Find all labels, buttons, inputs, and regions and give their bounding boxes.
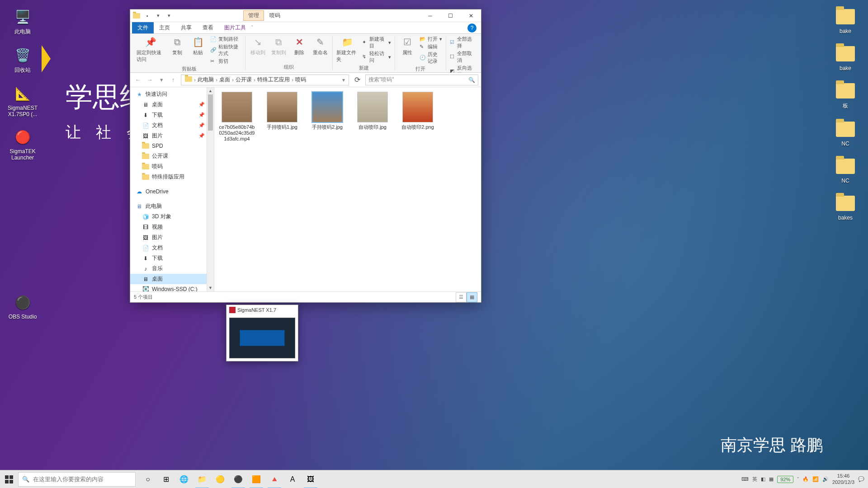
move-to-button[interactable]: ↘移动到 (249, 36, 266, 56)
minimize-button[interactable]: ─ (420, 9, 440, 22)
properties-button[interactable]: ☑属性 (399, 36, 416, 56)
title-bar[interactable]: ▪ ▾ ▾ 管理 喷码 ─ ☐ ✕ (130, 9, 481, 22)
file-item[interactable]: ce7b05e80b74b0250ad24c35d91d3afc.mp4 (219, 92, 255, 142)
tray-icon[interactable]: 🔥 (802, 476, 809, 482)
taskbar-preview[interactable]: SigmaNEST X1.7 (226, 305, 298, 361)
taskbar-search-input[interactable]: 🔍 在这里输入你要搜索的内容 (18, 472, 136, 487)
edge-icon[interactable]: 🌐 (175, 470, 193, 488)
qa-dropdown-icon[interactable]: ▾ (165, 11, 174, 20)
desktop-folder[interactable]: NC (827, 117, 863, 150)
breadcrumb-seg[interactable]: 公开课 (234, 76, 254, 84)
select-all-button[interactable]: ☑全部选择 (450, 36, 475, 49)
start-button[interactable] (0, 470, 18, 488)
tray-chevron-icon[interactable]: ˆ (797, 477, 799, 482)
powerpoint-icon[interactable]: 🟧 (248, 470, 265, 488)
tree-this-pc[interactable]: 🖥此电脑 (130, 201, 207, 211)
file-item-selected[interactable]: 手持喷码2.jpg (309, 92, 345, 142)
tab-picture-tools[interactable]: 图片工具 (219, 22, 251, 33)
tree-item[interactable]: 🖥桌面📌 (130, 99, 207, 110)
desktop-icon-recycle[interactable]: 🗑️回收站 (5, 43, 41, 77)
tree-onedrive[interactable]: ☁OneDrive (130, 187, 207, 197)
paste-button[interactable]: 📋粘贴 (189, 36, 207, 56)
tree-item[interactable]: ⬇下载 (130, 253, 207, 263)
file-item[interactable]: 手持喷码1.jpg (264, 92, 300, 142)
breadcrumb-seg[interactable]: 特殊工艺应用 (255, 76, 292, 84)
tree-item[interactable]: 📄文档 (130, 243, 207, 253)
desktop-icon-sigmanest[interactable]: 📐SigmaNEST X1.7SP0 (... (5, 81, 41, 120)
refresh-button[interactable]: ⟳ (352, 75, 363, 85)
breadcrumb-seg[interactable]: 此电脑 (196, 76, 216, 84)
tree-item[interactable]: SPD (130, 141, 207, 151)
desktop-icon-sigmatek[interactable]: 🔴SigmaTEK Launcher (5, 125, 41, 164)
tray-icon[interactable]: 📶 (812, 476, 819, 482)
help-button[interactable]: ? (467, 23, 476, 33)
obs-icon[interactable]: ⚫ (230, 470, 247, 488)
cortana-button[interactable]: ○ (139, 470, 156, 488)
pin-quick-access-button[interactable]: 📌固定到快速访问 (137, 36, 165, 63)
chrome-icon[interactable]: 🟡 (212, 470, 229, 488)
tree-item[interactable]: ⬇下载📌 (130, 110, 207, 120)
desktop-folder[interactable]: bake (827, 42, 863, 74)
copy-to-button[interactable]: ⧉复制到 (270, 36, 287, 56)
qa-icon[interactable]: ▾ (154, 11, 163, 20)
details-view-button[interactable]: ☰ (456, 292, 467, 302)
tray-icon[interactable]: ⌨ (741, 476, 749, 482)
thumbnails-view-button[interactable]: ▦ (467, 292, 477, 302)
tree-item-selected[interactable]: 🖥桌面 (130, 274, 207, 284)
battery-status[interactable]: 92% (777, 476, 793, 483)
contextual-tab-manage[interactable]: 管理 (243, 10, 264, 21)
desktop-icon-obs[interactable]: ⚫OBS Studio (5, 290, 41, 323)
desktop-icon-thispc[interactable]: 🖥️此电脑 (5, 5, 41, 38)
qa-icon[interactable]: ▪ (143, 11, 152, 20)
tab-home[interactable]: 主页 (154, 22, 175, 33)
tree-item[interactable]: 💽Windows-SSD (C:) (130, 284, 207, 291)
cut-button[interactable]: ✂剪切 (210, 58, 241, 65)
tray-icon[interactable]: ▦ (769, 476, 774, 482)
desktop-folder[interactable]: bake (827, 5, 863, 37)
tree-item[interactable]: 📄文档📌 (130, 120, 207, 131)
new-folder-button[interactable]: 📁新建文件夹 (336, 36, 359, 63)
new-item-button[interactable]: ✦新建项目 ▾ (362, 36, 391, 49)
easy-access-button[interactable]: ↯轻松访问 ▾ (362, 50, 391, 64)
clock[interactable]: 15:46 2020/12/3 (832, 473, 854, 485)
file-item[interactable]: 自动喷印2.png (400, 92, 436, 142)
maximize-button[interactable]: ☐ (440, 9, 461, 22)
tree-item[interactable]: 特殊排版应用 (130, 172, 207, 182)
tree-item[interactable]: ♪音乐 (130, 263, 207, 274)
tray-volume-icon[interactable]: 🔊 (822, 476, 829, 482)
search-input[interactable]: 搜索"喷码" 🔍 (365, 75, 478, 85)
breadcrumb-seg[interactable]: 喷码 (293, 76, 308, 84)
history-button[interactable]: 🕘历史记录 (420, 51, 442, 65)
close-button[interactable]: ✕ (461, 9, 481, 22)
sigmanest-icon[interactable]: 🔺 (266, 470, 283, 488)
tab-share[interactable]: 共享 (175, 22, 197, 33)
breadcrumb-dropdown-icon[interactable]: ▾ (340, 77, 347, 83)
explorer-icon[interactable]: 📁 (193, 470, 211, 488)
copy-button[interactable]: ⧉复制 (169, 36, 186, 56)
preview-thumbnail[interactable] (229, 318, 295, 358)
select-none-button[interactable]: ☐全部取消 (450, 50, 475, 64)
file-item[interactable]: 自动喷印.jpg (354, 92, 391, 142)
tray-icon[interactable]: ◧ (761, 476, 765, 482)
edit-button[interactable]: ✎编辑 (420, 43, 442, 50)
breadcrumb[interactable]: › 此电脑 › 桌面 › 公开课 › 特殊工艺应用 › 喷码 ▾ (181, 75, 349, 85)
tree-item[interactable]: 🧊3D 对象 (130, 211, 207, 222)
tree-item[interactable]: 🖼图片 (130, 232, 207, 243)
desktop-folder[interactable]: 板 (827, 79, 863, 113)
scroll-up-icon[interactable]: ▲ (207, 87, 214, 94)
desktop-folder[interactable]: bakes (827, 191, 863, 224)
recent-locations-button[interactable]: ▾ (156, 75, 166, 85)
tray-ime[interactable]: 英 (752, 476, 757, 483)
desktop-folder[interactable]: NC (827, 154, 863, 187)
tree-item[interactable]: 🖼图片📌 (130, 131, 207, 141)
photos-icon[interactable]: 🖼 (302, 470, 319, 488)
back-button[interactable]: ← (133, 75, 143, 85)
delete-button[interactable]: ✕删除 (291, 36, 308, 56)
tab-view[interactable]: 查看 (197, 22, 219, 33)
tree-scrollbar[interactable]: ▲ ▼ (207, 87, 214, 291)
autocad-icon[interactable]: A (284, 470, 301, 488)
forward-button[interactable]: → (145, 75, 155, 85)
file-list[interactable]: ce7b05e80b74b0250ad24c35d91d3afc.mp4 手持喷… (214, 87, 481, 291)
task-view-button[interactable]: ⊞ (157, 470, 175, 488)
nav-tree[interactable]: ★快速访问 🖥桌面📌 ⬇下载📌 📄文档📌 🖼图片📌 SPD 公开课 喷码 特殊排… (130, 87, 207, 291)
